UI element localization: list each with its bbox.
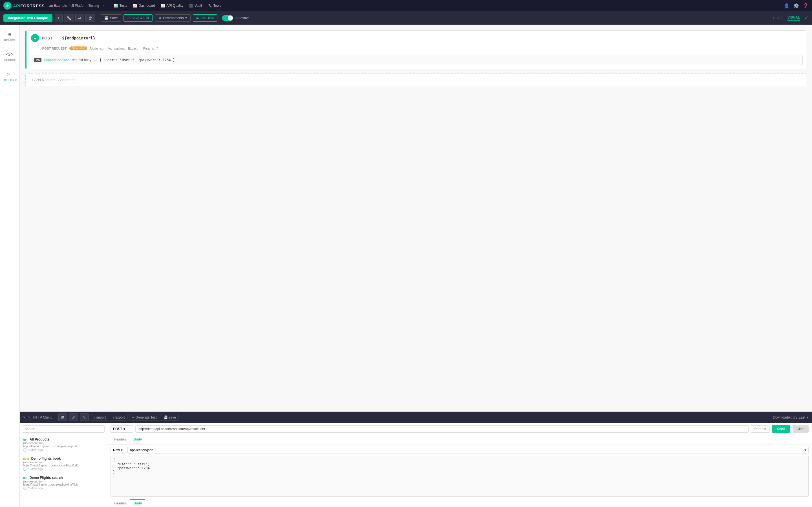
bottom-tabs: Headers Body (107, 499, 812, 507)
logo: ⊙ APIFORTRESS (3, 2, 45, 10)
body-textarea[interactable]: { "user": "User1", "password": 1234 } (110, 456, 809, 497)
top-navigation: ⊙ APIFORTRESS an Example / JI Platform T… (0, 0, 812, 11)
dashboard-icon: 📈 (133, 4, 137, 8)
hc-btn-group: ↓ import ↑ export ✏ Generate Test 💾 save (91, 414, 179, 421)
sidebar-item-http-client[interactable]: >_ HTTP Client (1, 69, 19, 83)
body-content-type: application/json (44, 58, 69, 62)
raw-value: Raw (113, 448, 120, 452)
tab-headers[interactable]: Headers (110, 435, 130, 444)
toolbar-actions: + ✏️ ⇌ 🗑 (55, 14, 95, 22)
method-badge: get (23, 438, 28, 441)
item-desc: (no description) (23, 480, 103, 483)
content-type-chevron-icon: ▾ (804, 448, 806, 452)
clear-button[interactable]: Clear (793, 425, 809, 433)
post-params: Params: [:] (143, 47, 158, 50)
add-request-button[interactable]: + Add Request / Assertions (26, 73, 806, 86)
params-button[interactable]: Params (751, 425, 770, 433)
collapse-button[interactable]: ⤡ (80, 413, 89, 421)
item-header: get All Products (23, 437, 103, 441)
save-exit-button[interactable]: ↩ Save & Exit (123, 14, 153, 22)
sidebar-item-vault[interactable]: </> Vault Beta (2, 49, 18, 64)
item-header: post Demo flights book (23, 456, 103, 460)
method-value: POST (113, 427, 122, 431)
code-view-button[interactable]: CODE (773, 16, 783, 20)
bottom-tab-headers[interactable]: Headers (110, 499, 130, 507)
expand-button[interactable]: ⤢ (69, 413, 78, 421)
send-button[interactable]: Send (772, 425, 790, 433)
export-button[interactable]: ↑ export (110, 414, 127, 421)
generate-icon: ✏ (132, 415, 135, 419)
integration-test-tab[interactable]: Integration Test Example (3, 14, 52, 22)
raw-select-row: Raw ▾ application/json ▾ (110, 447, 809, 453)
nav-menu: 📊 Tests 📈 Dashboard 📊 API Quality 🗄️ Vau… (114, 4, 221, 8)
body-editor: Raw ▾ application/json ▾ { "user": "User… (107, 445, 812, 499)
sidebar-item-datasets[interactable]: ≡ Data Sets (2, 29, 18, 44)
bottom-tab-body[interactable]: Body (130, 499, 145, 507)
nav-tests[interactable]: 📊 Tests (114, 4, 127, 8)
body-block: Pb application/json request body → { "us… (30, 55, 803, 65)
generate-test-button[interactable]: ✏ Generate Test (129, 414, 159, 421)
item-url: https://mastiff.apifort...ooking/bookFli… (23, 464, 102, 467)
hc-main: POST ▾ Params Send Clear Headers Body (107, 423, 812, 507)
split-button[interactable]: ⇌ (75, 14, 84, 22)
environments-button[interactable]: ⚙ Environments ▾ (155, 14, 190, 22)
clock-icon: 🕐 (23, 467, 27, 471)
add-button[interactable]: + (55, 14, 63, 22)
tests-icon: 📊 (114, 4, 118, 8)
datasets-icon: ≡ (8, 32, 11, 38)
http-client-title: >_ >_ HTTP Client (23, 415, 52, 419)
item-time: 🕐 25 days ago (23, 467, 103, 471)
tab-body[interactable]: Body (130, 435, 145, 444)
nav-vault[interactable]: 🗄️ Vault (189, 4, 202, 8)
nav-forward-icon[interactable]: → (101, 3, 105, 8)
post-tag: POST REQUEST (42, 47, 66, 50)
downloader-chevron-icon: ▾ (807, 415, 809, 419)
http-client-icon: >_ (7, 71, 13, 77)
delete-button[interactable]: 🗑 (86, 14, 95, 22)
post-meta: POST REQUEST Generated Mode: json Var: p… (27, 45, 806, 52)
help-icon[interactable]: ❓ (803, 3, 809, 8)
list-item[interactable]: get All Products (no description) http:/… (20, 435, 107, 454)
visual-view-button[interactable]: VISUAL (788, 15, 800, 20)
list-item[interactable]: get Demo Flights search (no description)… (20, 473, 107, 492)
item-url: http://demoapi.apifortr....com/api/retai… (23, 445, 102, 448)
nav-api-quality[interactable]: 📊 API Quality (161, 4, 183, 8)
import-button[interactable]: ↓ import (91, 414, 108, 421)
search-input[interactable] (22, 425, 105, 433)
edit-button[interactable]: ✏️ (64, 14, 74, 22)
logo-icon: ⊙ (3, 2, 11, 10)
http-client-body: get All Products (no description) http:/… (20, 423, 812, 507)
main-layout: ≡ Data Sets </> Vault Beta >_ HTTP Clien… (0, 25, 812, 507)
nav-tools[interactable]: 🔧 Tools (208, 4, 221, 8)
method-badge: post (23, 457, 29, 460)
breadcrumb: an Example / JI Platform Testing → (49, 3, 105, 8)
url-input[interactable] (135, 425, 749, 433)
request-tabs: Headers Body (107, 435, 812, 445)
post-var: Var: payload (108, 47, 125, 50)
clock-icon: 🕐 (23, 487, 27, 490)
nav-dashboard[interactable]: 📈 Dashboard (133, 4, 155, 8)
url-bar: POST ▾ Params Send Clear (107, 423, 812, 435)
method-badge: get (23, 476, 28, 480)
downloader-selector[interactable]: Downloader: US East ▾ (773, 415, 809, 419)
item-time: 🕐 25 days ago (23, 487, 103, 490)
raw-select[interactable]: Raw ▾ (110, 447, 125, 453)
breadcrumb-part2[interactable]: JI Platform Testing (71, 4, 99, 8)
user-icon[interactable]: 👤 (784, 3, 790, 8)
settings-icon[interactable]: ⚙️ (794, 3, 799, 8)
method-select[interactable]: POST ▾ (110, 425, 133, 433)
downloader-label: Downloader: US East (773, 415, 805, 419)
run-test-button[interactable]: ▶ Run Test (193, 14, 217, 22)
test-editor: ☁ POST → ${endpointUrl} POST REQUEST Gen… (20, 25, 812, 411)
item-name: Demo Flights search (30, 476, 63, 480)
breadcrumb-part1[interactable]: an Example (49, 4, 67, 8)
list-item[interactable]: post Demo flights book (no description) … (20, 454, 107, 473)
vault-icon: 🗄️ (189, 4, 193, 8)
content-type-select[interactable]: application/json ▾ (128, 447, 809, 453)
save-button[interactable]: 💾 Save (101, 14, 121, 22)
autosave-toggle[interactable] (222, 15, 233, 21)
table-view-button[interactable]: ⊞ (58, 413, 67, 421)
item-desc: (no description) (23, 441, 103, 445)
hc-save-button[interactable]: 💾 save (161, 414, 179, 421)
body-arrow-icon: → (94, 58, 97, 62)
